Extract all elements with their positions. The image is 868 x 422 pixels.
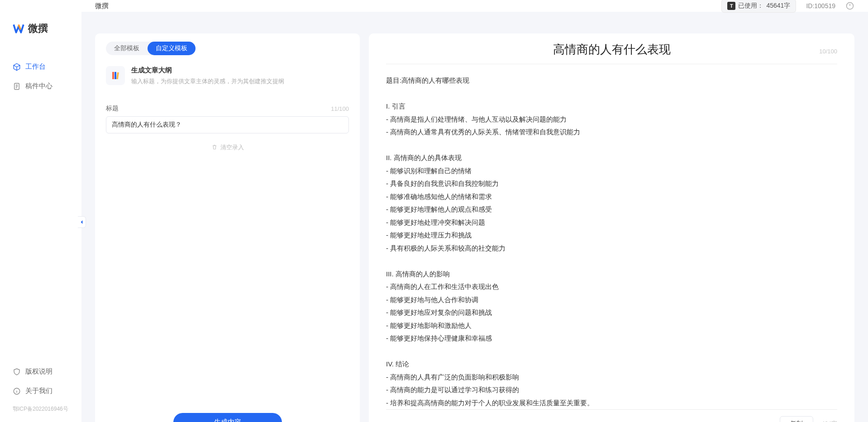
topbar-right: T 已使用： 45641字 ID:100519 <box>721 0 854 13</box>
result-title-count: 10/100 <box>810 48 837 55</box>
left-footer: 生成内容 <box>106 404 349 422</box>
copy-button[interactable]: 复制 <box>780 416 813 422</box>
clear-input-button[interactable]: 清空录入 <box>106 143 349 152</box>
usage-label: 已使用： <box>738 2 763 10</box>
trash-icon <box>211 144 218 152</box>
power-icon[interactable] <box>845 1 854 10</box>
clear-label: 清空录入 <box>220 143 244 152</box>
brand-logo: 微撰 <box>0 9 81 58</box>
topbar: 微撰 T 已使用： 45641字 ID:100519 <box>81 0 868 12</box>
result-body[interactable]: 题目:高情商的人有哪些表现 I. 引言 - 高情商是指人们处理情绪、与他人互动以… <box>386 70 837 409</box>
field-char-count: 11/100 <box>331 105 349 112</box>
result-title: 高情商的人有什么表现 <box>413 42 810 57</box>
template-tabs: 全部模板 自定义模板 <box>106 42 196 55</box>
shield-icon <box>13 368 21 376</box>
sidebar-item-drafts[interactable]: 稿件中心 <box>5 77 77 95</box>
icp-text: 鄂ICP备2022016946号 <box>5 402 77 413</box>
result-header: 高情商的人有什么表现 10/100 <box>386 42 837 64</box>
svg-rect-5 <box>116 72 119 79</box>
result-footer: 复制 404字 <box>386 409 837 422</box>
cube-icon <box>13 63 21 71</box>
template-panel: 全部模板 自定义模板 生成文章大纲 输入标题，为你提供文章主体的灵感，并为其创建… <box>95 33 360 422</box>
svg-rect-3 <box>112 72 114 79</box>
word-count: 404字 <box>821 420 837 422</box>
sidebar-item-label: 版权说明 <box>25 367 52 376</box>
books-icon <box>106 66 125 85</box>
svg-rect-4 <box>114 72 116 79</box>
token-icon: T <box>727 2 735 10</box>
brand-name: 微撰 <box>28 22 48 35</box>
template-meta: 生成文章大纲 输入标题，为你提供文章主体的灵感，并为其创建推文提纲 <box>131 66 284 85</box>
logo-icon <box>13 23 24 34</box>
template-title: 生成文章大纲 <box>131 66 284 75</box>
info-icon <box>13 387 21 395</box>
title-field-header: 标题 11/100 <box>106 104 349 113</box>
template-card: 生成文章大纲 输入标题，为你提供文章主体的灵感，并为其创建推文提纲 <box>106 64 349 95</box>
main: 微撰 T 已使用： 45641字 ID:100519 全部模板 自定义模板 <box>81 0 868 422</box>
sidebar-collapse-handle[interactable] <box>78 216 86 228</box>
tab-all-templates[interactable]: 全部模板 <box>106 42 148 55</box>
sidebar-nav: 工作台 稿件中心 <box>0 58 81 95</box>
sidebar-item-label: 稿件中心 <box>25 82 52 90</box>
template-desc: 输入标题，为你提供文章主体的灵感，并为其创建推文提纲 <box>131 77 284 85</box>
doc-icon <box>13 82 21 90</box>
sidebar-item-workbench[interactable]: 工作台 <box>5 58 77 76</box>
usage-pill[interactable]: T 已使用： 45641字 <box>721 0 796 13</box>
user-id: ID:100519 <box>806 2 835 9</box>
sidebar-bottom: 版权说明 关于我们 鄂ICP备2022016946号 <box>0 363 81 413</box>
field-label: 标题 <box>106 104 119 113</box>
generate-button[interactable]: 生成内容 <box>173 413 282 422</box>
result-panel: 高情商的人有什么表现 10/100 题目:高情商的人有哪些表现 I. 引言 - … <box>369 33 854 422</box>
tab-custom-templates[interactable]: 自定义模板 <box>148 42 196 55</box>
page-title: 微撰 <box>95 2 109 10</box>
usage-value: 45641字 <box>766 2 790 10</box>
title-input[interactable] <box>106 116 349 133</box>
sidebar-item-copyright[interactable]: 版权说明 <box>5 363 77 380</box>
sidebar-item-label: 工作台 <box>25 62 46 71</box>
sidebar: 微撰 工作台 稿件中心 版权说明 <box>0 0 81 422</box>
sidebar-item-label: 关于我们 <box>25 387 52 395</box>
workspace: 全部模板 自定义模板 生成文章大纲 输入标题，为你提供文章主体的灵感，并为其创建… <box>81 12 868 422</box>
sidebar-item-about[interactable]: 关于我们 <box>5 382 77 400</box>
